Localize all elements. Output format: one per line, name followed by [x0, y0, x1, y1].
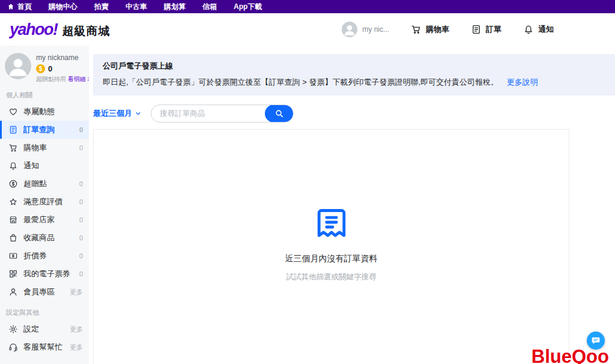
sidebar-item-label: 訂單查詢 [23, 124, 74, 135]
empty-state-title: 近三個月內沒有訂單資料 [285, 253, 378, 264]
orders-button[interactable]: 訂單 [471, 24, 501, 35]
sidebar-item-label: 折價券 [23, 250, 74, 261]
avatar-icon [5, 53, 31, 79]
topnav-label: 拍賣 [94, 2, 109, 12]
logo[interactable]: yahoo! 超級商城 [10, 20, 111, 39]
sidebar-item-label: 最愛店家 [23, 214, 74, 225]
sidebar-item-label: 我的電子票券 [23, 268, 74, 279]
notice-more-link[interactable]: 更多說明 [507, 77, 538, 86]
nickname: my nickname [36, 53, 85, 62]
header: yahoo! 超級商城 my nic... 購物車 訂單 通知 [0, 13, 615, 46]
section-other: 設定與其他 [0, 301, 89, 320]
orders-panel: 近三個月內沒有訂單資料 試試其他篩選或關鍵字搜尋 [93, 129, 569, 364]
points-detail-link[interactable]: 看明細 > [68, 76, 89, 82]
profile-info: my nickname $ 0 超贈點待用 看明細 > [36, 53, 85, 83]
notice-text: 即日起,「公司戶電子發票」可於發票開立後至【訂單查詢 > 發票】下載列印電子發票… [103, 77, 498, 86]
person-icon [8, 287, 18, 297]
sidebar-item-orders[interactable]: 訂單查詢 0 [0, 121, 89, 139]
topnav-app-download[interactable]: App下載 [225, 2, 270, 12]
sidebar-item-label: 超贈點 [23, 178, 74, 189]
sidebar-item-label: 購物車 [23, 142, 74, 153]
sidebar-item-count: 0 [79, 252, 83, 259]
topnav-label: 購划算 [164, 2, 186, 12]
headset-icon [8, 342, 18, 352]
sidebar-item-e-tickets[interactable]: 我的電子票券 0 [0, 265, 89, 283]
topnav-home[interactable]: 首頁 [5, 2, 40, 12]
sidebar-item-member[interactable]: 會員專區 更多 [0, 283, 89, 301]
cart-button[interactable]: 購物車 [411, 24, 449, 35]
watermark: BlueQoo [532, 346, 609, 364]
sidebar-item-favorite-stores[interactable]: 最愛店家 0 [0, 211, 89, 229]
empty-state-subtitle: 試試其他篩選或關鍵字搜尋 [286, 272, 377, 282]
points-note-row: 超贈點待用 看明細 > [36, 75, 85, 83]
topnav-home-label: 首頁 [17, 2, 32, 12]
page-body: my nickname $ 0 超贈點待用 看明細 > 個人相關 專屬動態 訂單… [0, 46, 615, 364]
topnav-label: 購物中心 [49, 2, 77, 12]
main-content: 公司戶電子發票上線 即日起,「公司戶電子發票」可於發票開立後至【訂單查詢 > 發… [89, 46, 615, 364]
sidebar-item-ratings[interactable]: 滿意度評價 0 [0, 193, 89, 211]
cart-icon [8, 143, 18, 153]
user-nickname: my nic... [362, 25, 389, 34]
sidebar-item-label: 設定 [23, 324, 64, 335]
order-list-icon [471, 24, 482, 35]
store-icon [8, 215, 18, 225]
sidebar-item-count: 0 [79, 234, 83, 241]
receipt-icon [314, 205, 349, 240]
avatar-icon [342, 22, 357, 37]
topnav-shopping-mall[interactable]: 購物中心 [40, 2, 86, 12]
search-icon [274, 109, 284, 118]
sidebar-item-count: 0 [79, 180, 83, 187]
gear-icon [8, 324, 18, 334]
bell-icon [523, 24, 534, 35]
header-actions: my nic... 購物車 訂單 通知 [342, 22, 605, 37]
heart-icon [8, 107, 18, 117]
sidebar-item-label: 客服幫幫忙 [23, 342, 64, 353]
notice-body: 即日起,「公司戶電子發票」可於發票開立後至【訂單查詢 > 發票】下載列印電子發票… [103, 77, 605, 88]
sidebar-item-label: 會員專區 [23, 287, 64, 297]
sidebar-item-feed[interactable]: 專屬動態 [0, 103, 89, 121]
chat-bubble-icon [590, 335, 601, 346]
sidebar-item-coupons[interactable]: 折價券 0 [0, 247, 89, 265]
notifications-label: 通知 [538, 24, 554, 35]
points-value: 0 [48, 64, 52, 73]
sidebar-item-label: 專屬動態 [23, 106, 77, 117]
topnav-mail[interactable]: 信箱 [194, 2, 225, 12]
filter-row: 最近三個月 [93, 105, 615, 123]
sidebar-item-label: 滿意度評價 [23, 196, 74, 207]
sidebar-item-count: 0 [79, 126, 83, 133]
home-icon [7, 3, 14, 10]
qr-ticket-icon [8, 269, 18, 279]
sidebar-item-count: 更多 [70, 288, 83, 297]
bag-icon [8, 233, 18, 243]
coin-icon: $ [36, 64, 45, 73]
chevron-down-icon [135, 111, 141, 117]
search-bar [151, 105, 294, 123]
topnav-deals[interactable]: 購划算 [156, 2, 194, 12]
profile-summary: my nickname $ 0 超贈點待用 看明細 > [0, 53, 89, 83]
sidebar-item-notifications[interactable]: 通知 [0, 157, 89, 175]
sidebar-item-points[interactable]: 超贈點 0 [0, 175, 89, 193]
section-personal: 個人相關 [0, 83, 89, 103]
topnav-used-cars[interactable]: 中古車 [117, 2, 156, 12]
coin-icon [8, 179, 18, 189]
bell-icon [8, 161, 18, 171]
notice-title: 公司戶電子發票上線 [103, 61, 605, 71]
sidebar-item-cart[interactable]: 購物車 0 [0, 139, 89, 157]
notifications-button[interactable]: 通知 [523, 24, 554, 35]
cart-icon [411, 24, 422, 35]
notice-banner: 公司戶電子發票上線 即日起,「公司戶電子發票」可於發票開立後至【訂單查詢 > 發… [93, 54, 615, 96]
user-menu[interactable]: my nic... [342, 22, 389, 37]
search-button[interactable] [265, 105, 293, 123]
date-range-dropdown[interactable]: 最近三個月 [93, 108, 141, 119]
sidebar-item-saved-items[interactable]: 收藏商品 0 [0, 229, 89, 247]
sidebar-item-support[interactable]: 客服幫幫忙 更多 [0, 338, 89, 356]
sidebar-item-count: 0 [79, 144, 83, 151]
sidebar-item-settings[interactable]: 設定 更多 [0, 320, 89, 338]
search-input[interactable] [151, 109, 265, 118]
order-list-icon [8, 125, 18, 135]
topnav-label: 信箱 [202, 2, 217, 12]
topnav-auction[interactable]: 拍賣 [86, 2, 117, 12]
star-icon [8, 197, 18, 207]
points-row: $ 0 [36, 64, 85, 73]
cart-label: 購物車 [426, 24, 449, 35]
